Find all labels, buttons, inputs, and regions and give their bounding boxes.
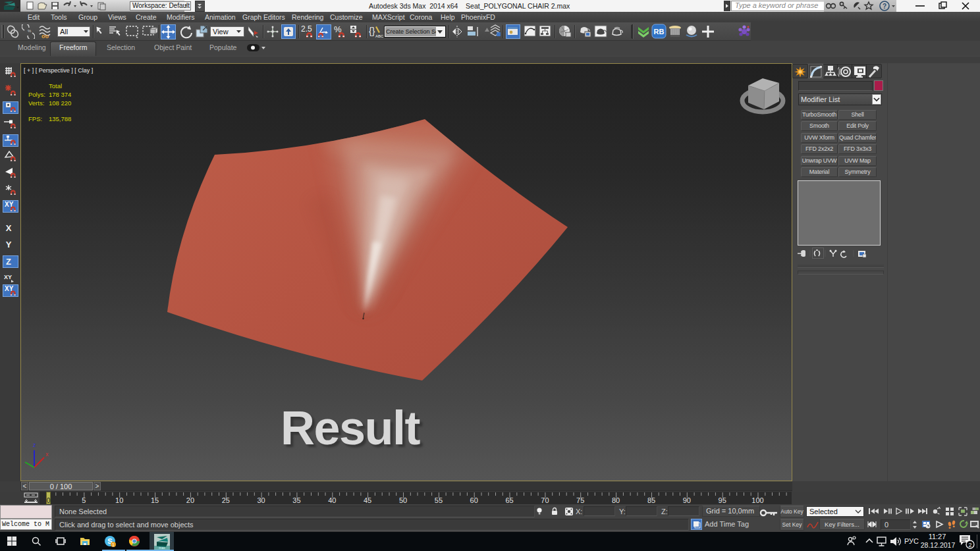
svg-text:40: 40 (328, 496, 336, 504)
svg-text:x: x (45, 451, 49, 458)
svg-text:RB: RB (654, 28, 665, 36)
svg-text:75: 75 (576, 496, 584, 504)
svg-text:100: 100 (751, 496, 763, 504)
svg-text:50: 50 (399, 496, 407, 504)
svg-text:Z: Z (6, 257, 11, 267)
svg-text:%: % (28, 29, 32, 33)
svg-text:45: 45 (364, 496, 371, 504)
svg-text:70: 70 (541, 496, 549, 504)
svg-text:2: 2 (968, 542, 971, 548)
svg-text:ABC: ABC (375, 34, 383, 38)
svg-text:65: 65 (505, 496, 513, 504)
svg-text:2.5: 2.5 (301, 24, 312, 34)
svg-text:oo: oo (41, 33, 49, 39)
svg-text:35: 35 (292, 496, 300, 504)
svg-text:Y: Y (6, 240, 12, 249)
svg-text:1: 1 (112, 542, 115, 547)
svg-text:{}: {} (369, 26, 375, 36)
svg-text:15: 15 (151, 496, 159, 504)
svg-text:20: 20 (186, 496, 194, 504)
svg-text:25: 25 (222, 496, 230, 504)
svg-text:30: 30 (257, 496, 265, 504)
svg-text:85: 85 (647, 496, 655, 504)
svg-text:10: 10 (115, 496, 123, 504)
svg-text:?: ? (883, 3, 886, 10)
svg-text:X: X (6, 223, 12, 233)
svg-text:XY: XY (4, 274, 12, 280)
svg-text:z: z (33, 442, 36, 448)
svg-text:55: 55 (435, 496, 443, 504)
svg-text:5: 5 (82, 496, 86, 504)
svg-text:80: 80 (612, 496, 620, 504)
svg-text:60: 60 (470, 496, 478, 504)
svg-text:90: 90 (683, 496, 691, 504)
svg-text:95: 95 (719, 496, 726, 504)
